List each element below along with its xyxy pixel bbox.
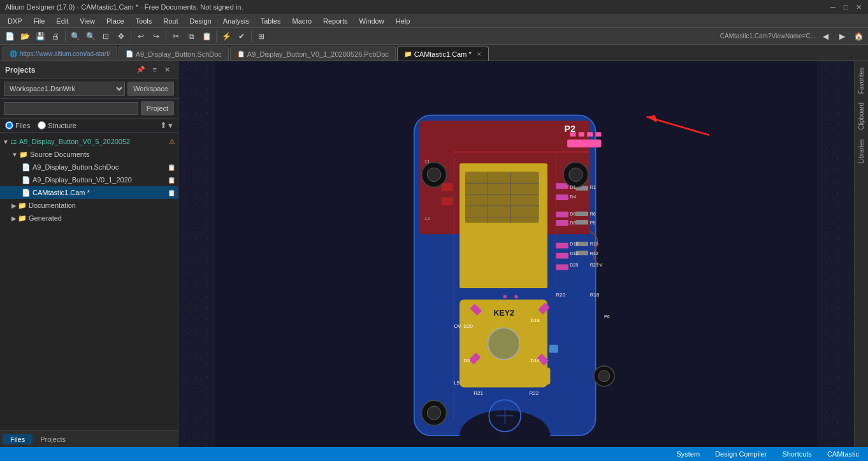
svg-rect-33 [549,345,558,353]
toolbar-new[interactable]: 📄 [3,29,17,43]
toolbar-zoomfit[interactable]: ⊡ [99,29,113,43]
source-docs-expand-icon: ▼ [11,151,18,158]
toolbar-drc[interactable]: ✔ [235,29,249,43]
toolbar-cut[interactable]: ✂ [169,29,183,43]
panel-menu-button[interactable]: ≡ [150,65,159,75]
menu-window[interactable]: Window [354,16,389,26]
tab-pcbdoc[interactable]: 📋 A9_Display_Button_V0_1_20200526.PcbDoc [230,47,396,61]
workspace-dropdown[interactable]: Workspace1.DsnWrk [4,82,125,96]
menu-help[interactable]: Help [391,16,416,26]
status-camtastic[interactable]: CAMtastic [823,450,863,458]
status-design-compiler[interactable]: Design Compiler [711,450,770,458]
svg-rect-18 [575,220,588,224]
minimize-button[interactable]: ─ [828,3,837,11]
schdoc-file-icon: 📄 [22,163,31,172]
search-row: Project [0,99,178,119]
right-sidebar: Favorites Clipboard Libraries [854,61,868,447]
tree-pcbdoc[interactable]: 📄 A9_Display_Button_V0_1_2020 📋 [0,173,178,186]
svg-rect-60 [579,132,584,136]
svg-rect-40 [462,367,485,384]
svg-rect-12 [556,183,568,189]
menu-tables[interactable]: Tables [256,16,286,26]
svg-point-47 [569,168,582,181]
tb-sep-2 [131,31,131,42]
menu-dxp[interactable]: DXP [3,16,27,26]
menu-rout[interactable]: Rout [158,16,183,26]
sidebar-favorites[interactable]: Favorites [856,64,867,98]
menu-view[interactable]: View [75,16,100,26]
tree-root[interactable]: ▼ 🗂 A9_Display_Button_V0_5_2020052 ⚠ [0,135,178,148]
radio-structure[interactable] [38,121,46,129]
panel-pin-button[interactable]: 📌 [134,65,148,75]
svg-text:R10: R10 [590,242,598,247]
tree-generated[interactable]: ▶ 📁 Generated [0,212,178,224]
tree-documentation[interactable]: ▶ 📁 Documentation [0,199,178,212]
panel-options-icon[interactable]: ▾ [168,121,173,130]
menu-design[interactable]: Design [184,16,216,26]
svg-rect-65 [442,198,453,205]
toolbar-pan[interactable]: ✥ [114,29,128,43]
status-system[interactable]: System [672,450,704,458]
toolbar-home[interactable]: 🏠 [851,29,865,43]
toolbar-route[interactable]: ⚡ [219,29,233,43]
pcbdoc-file-icon: 📄 [22,176,31,184]
content-area[interactable]: R20 R18 KEY2 OV D18 D14 [178,61,854,447]
tab-camtastic-icon: 📁 [404,50,412,57]
source-docs-label: Source Documents [30,150,90,158]
toolbar-print[interactable]: 🖨 [48,29,62,43]
tab-camtastic[interactable]: 📁 CAMtastic1.Cam * ✕ [397,47,489,61]
toolbar-open[interactable]: 📂 [18,29,32,43]
project-tree: ▼ 🗂 A9_Display_Button_V0_5_2020052 ⚠ ▼ 📁… [0,133,178,430]
radio-structure-label[interactable]: Structure [38,121,76,129]
tabbar: 🌐 https://www.altium.com/ad-start/ 📄 A9_… [0,45,868,61]
tab-browser-label: https://www.altium.com/ad-start/ [20,50,110,57]
menu-place[interactable]: Place [101,16,129,26]
toolbar-copy[interactable]: ⧉ [184,29,198,43]
svg-rect-58 [567,140,601,147]
sidebar-libraries[interactable]: Libraries [856,135,867,167]
menu-analysis[interactable]: Analysis [218,16,254,26]
menu-file[interactable]: File [29,16,50,26]
panel-tab-projects[interactable]: Projects [33,434,73,444]
project-button[interactable]: Project [141,101,174,115]
close-button[interactable]: ✕ [854,3,863,11]
menu-tools[interactable]: Tools [131,16,157,26]
radio-files[interactable] [5,121,13,129]
workspace-selector: Workspace1.DsnWrk Workspace [0,79,178,99]
toolbar-nav-back[interactable]: ◀ [818,29,832,43]
toolbar-paste[interactable]: 📋 [199,29,213,43]
tab-schdoc-label: A9_Display_Button.SchDoc [136,50,222,58]
workspace-button[interactable]: Workspace [127,82,174,96]
toolbar-undo[interactable]: ↩ [134,29,148,43]
tab-schdoc[interactable]: 📄 A9_Display_Button.SchDoc [119,47,229,61]
toolbar-grid[interactable]: ⊞ [254,29,268,43]
tab-browser[interactable]: 🌐 https://www.altium.com/ad-start/ [3,47,117,61]
svg-text:R12: R12 [590,251,598,256]
menu-reports[interactable]: Reports [318,16,353,26]
svg-rect-61 [587,132,593,136]
svg-text:D12: D12 [570,251,579,256]
menu-edit[interactable]: Edit [51,16,73,26]
panel-tab-files[interactable]: Files [3,434,33,444]
menu-macro[interactable]: Macro [287,16,317,26]
panel-close-button[interactable]: ✕ [162,65,173,75]
tree-root-error-icon: ⚠ [169,138,175,146]
radio-files-label[interactable]: Files [5,121,30,129]
toolbar-zoomout[interactable]: 🔍 [83,29,98,43]
status-shortcuts[interactable]: Shortcuts [778,450,815,458]
svg-text:D20: D20 [463,323,473,329]
toolbar-redo[interactable]: ↪ [149,29,163,43]
tab-camtastic-close[interactable]: ✕ [477,51,482,57]
sidebar-clipboard[interactable]: Clipboard [856,99,867,134]
pcbdoc-label: A9_Display_Button_V0_1_2020 [33,176,132,184]
maximize-button[interactable]: □ [841,3,850,11]
tree-cam[interactable]: 📄 CAMtastic1.Cam * 📋 [0,186,178,199]
toolbar-save[interactable]: 💾 [33,29,47,43]
tree-source-docs[interactable]: ▼ 📁 Source Documents [0,148,178,161]
search-input[interactable] [4,102,138,115]
panel-export-icon[interactable]: ⬆ [160,121,167,130]
tree-schdoc[interactable]: 📄 A9_Display_Button.SchDoc 📋 [0,161,178,173]
panel-header-buttons: 📌 ≡ ✕ [134,65,173,75]
toolbar-nav-fwd[interactable]: ▶ [835,29,849,43]
toolbar-zoomin[interactable]: 🔍 [68,29,82,43]
